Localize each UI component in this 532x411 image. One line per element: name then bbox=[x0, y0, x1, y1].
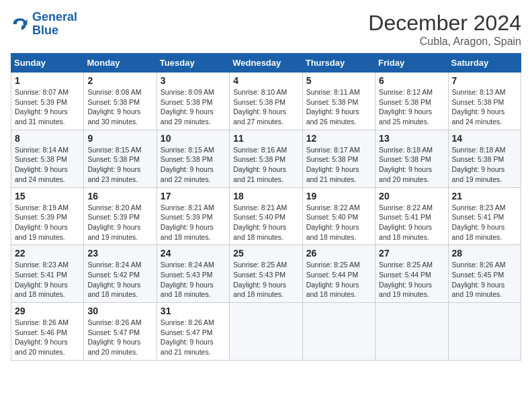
subtitle: Cubla, Aragon, Spain bbox=[368, 36, 521, 48]
header-row: SundayMondayTuesdayWednesdayThursdayFrid… bbox=[11, 54, 521, 73]
day-cell-22: 22Sunrise: 8:23 AMSunset: 5:41 PMDayligh… bbox=[11, 245, 84, 303]
day-number: 6 bbox=[379, 75, 444, 86]
day-number: 31 bbox=[161, 306, 226, 316]
day-number: 17 bbox=[161, 191, 226, 201]
day-info: Sunrise: 8:10 AMSunset: 5:38 PMDaylight:… bbox=[233, 87, 298, 127]
day-info: Sunrise: 8:21 AMSunset: 5:39 PMDaylight:… bbox=[161, 203, 226, 242]
day-number: 27 bbox=[379, 248, 444, 259]
day-number: 12 bbox=[306, 133, 371, 144]
main-title: December 2024 bbox=[368, 11, 521, 36]
week-row-3: 15Sunrise: 8:19 AMSunset: 5:39 PMDayligh… bbox=[11, 187, 521, 245]
day-info: Sunrise: 8:17 AMSunset: 5:38 PMDaylight:… bbox=[306, 145, 371, 185]
day-number: 9 bbox=[87, 133, 152, 144]
day-cell-4: 4Sunrise: 8:10 AMSunset: 5:38 PMDaylight… bbox=[230, 73, 302, 130]
day-number: 4 bbox=[233, 75, 298, 86]
day-number: 15 bbox=[15, 191, 80, 201]
day-info: Sunrise: 8:14 AMSunset: 5:38 PMDaylight:… bbox=[15, 145, 80, 185]
day-info: Sunrise: 8:23 AMSunset: 5:41 PMDaylight:… bbox=[15, 260, 80, 300]
day-info: Sunrise: 8:15 AMSunset: 5:38 PMDaylight:… bbox=[87, 145, 152, 185]
day-cell-28: 28Sunrise: 8:26 AMSunset: 5:45 PMDayligh… bbox=[448, 245, 521, 303]
day-number: 7 bbox=[452, 75, 517, 86]
day-cell-23: 23Sunrise: 8:24 AMSunset: 5:42 PMDayligh… bbox=[84, 245, 157, 303]
day-info: Sunrise: 8:25 AMSunset: 5:44 PMDaylight:… bbox=[379, 260, 444, 300]
day-cell-18: 18Sunrise: 8:21 AMSunset: 5:40 PMDayligh… bbox=[230, 187, 302, 245]
day-number: 28 bbox=[452, 248, 517, 259]
column-header-friday: Friday bbox=[375, 54, 448, 73]
empty-cell bbox=[448, 303, 521, 361]
empty-cell bbox=[230, 303, 302, 361]
column-header-tuesday: Tuesday bbox=[157, 54, 229, 73]
day-number: 19 bbox=[306, 191, 371, 201]
day-cell-6: 6Sunrise: 8:12 AMSunset: 5:38 PMDaylight… bbox=[375, 73, 448, 130]
day-number: 16 bbox=[87, 191, 152, 201]
day-info: Sunrise: 8:24 AMSunset: 5:42 PMDaylight:… bbox=[87, 260, 152, 300]
logo-icon bbox=[11, 15, 30, 34]
day-number: 10 bbox=[161, 133, 226, 144]
day-number: 26 bbox=[306, 248, 371, 259]
day-number: 23 bbox=[87, 248, 152, 259]
day-cell-2: 2Sunrise: 8:08 AMSunset: 5:38 PMDaylight… bbox=[84, 73, 157, 130]
day-cell-20: 20Sunrise: 8:22 AMSunset: 5:41 PMDayligh… bbox=[375, 187, 448, 245]
day-number: 3 bbox=[161, 75, 226, 86]
day-number: 25 bbox=[233, 248, 298, 259]
day-info: Sunrise: 8:12 AMSunset: 5:38 PMDaylight:… bbox=[379, 87, 444, 127]
column-header-wednesday: Wednesday bbox=[230, 54, 302, 73]
week-row-5: 29Sunrise: 8:26 AMSunset: 5:46 PMDayligh… bbox=[11, 303, 521, 361]
day-info: Sunrise: 8:18 AMSunset: 5:38 PMDaylight:… bbox=[452, 145, 517, 185]
day-info: Sunrise: 8:13 AMSunset: 5:38 PMDaylight:… bbox=[452, 87, 517, 127]
calendar-table: SundayMondayTuesdayWednesdayThursdayFrid… bbox=[11, 53, 521, 361]
day-number: 2 bbox=[87, 75, 152, 86]
day-info: Sunrise: 8:19 AMSunset: 5:39 PMDaylight:… bbox=[15, 203, 80, 242]
day-number: 14 bbox=[452, 133, 517, 144]
column-header-sunday: Sunday bbox=[11, 54, 84, 73]
week-row-4: 22Sunrise: 8:23 AMSunset: 5:41 PMDayligh… bbox=[11, 245, 521, 303]
day-cell-7: 7Sunrise: 8:13 AMSunset: 5:38 PMDaylight… bbox=[448, 73, 521, 130]
day-number: 8 bbox=[15, 133, 80, 144]
week-row-2: 8Sunrise: 8:14 AMSunset: 5:38 PMDaylight… bbox=[11, 130, 521, 187]
day-cell-10: 10Sunrise: 8:15 AMSunset: 5:38 PMDayligh… bbox=[157, 130, 229, 187]
column-header-monday: Monday bbox=[84, 54, 157, 73]
day-number: 5 bbox=[306, 75, 371, 86]
day-info: Sunrise: 8:25 AMSunset: 5:43 PMDaylight:… bbox=[233, 260, 298, 300]
day-info: Sunrise: 8:22 AMSunset: 5:41 PMDaylight:… bbox=[379, 203, 444, 242]
day-number: 24 bbox=[161, 248, 226, 259]
day-cell-15: 15Sunrise: 8:19 AMSunset: 5:39 PMDayligh… bbox=[11, 187, 84, 245]
empty-cell bbox=[302, 303, 375, 361]
day-cell-12: 12Sunrise: 8:17 AMSunset: 5:38 PMDayligh… bbox=[302, 130, 375, 187]
day-number: 20 bbox=[379, 191, 444, 201]
day-info: Sunrise: 8:09 AMSunset: 5:38 PMDaylight:… bbox=[161, 87, 226, 127]
day-info: Sunrise: 8:26 AMSunset: 5:45 PMDaylight:… bbox=[452, 260, 517, 300]
day-info: Sunrise: 8:21 AMSunset: 5:40 PMDaylight:… bbox=[233, 203, 298, 242]
day-info: Sunrise: 8:16 AMSunset: 5:38 PMDaylight:… bbox=[233, 145, 298, 185]
day-cell-24: 24Sunrise: 8:24 AMSunset: 5:43 PMDayligh… bbox=[157, 245, 229, 303]
week-row-1: 1Sunrise: 8:07 AMSunset: 5:39 PMDaylight… bbox=[11, 73, 521, 130]
day-info: Sunrise: 8:08 AMSunset: 5:38 PMDaylight:… bbox=[87, 87, 152, 127]
day-cell-14: 14Sunrise: 8:18 AMSunset: 5:38 PMDayligh… bbox=[448, 130, 521, 187]
day-info: Sunrise: 8:07 AMSunset: 5:39 PMDaylight:… bbox=[15, 87, 80, 127]
day-cell-11: 11Sunrise: 8:16 AMSunset: 5:38 PMDayligh… bbox=[230, 130, 302, 187]
day-number: 29 bbox=[15, 306, 80, 316]
day-info: Sunrise: 8:26 AMSunset: 5:47 PMDaylight:… bbox=[87, 318, 152, 357]
day-cell-8: 8Sunrise: 8:14 AMSunset: 5:38 PMDaylight… bbox=[11, 130, 84, 187]
day-cell-1: 1Sunrise: 8:07 AMSunset: 5:39 PMDaylight… bbox=[11, 73, 84, 130]
day-cell-19: 19Sunrise: 8:22 AMSunset: 5:40 PMDayligh… bbox=[302, 187, 375, 245]
title-block: December 2024 Cubla, Aragon, Spain bbox=[368, 11, 521, 48]
day-cell-13: 13Sunrise: 8:18 AMSunset: 5:38 PMDayligh… bbox=[375, 130, 448, 187]
day-cell-30: 30Sunrise: 8:26 AMSunset: 5:47 PMDayligh… bbox=[84, 303, 157, 361]
day-info: Sunrise: 8:22 AMSunset: 5:40 PMDaylight:… bbox=[306, 203, 371, 242]
day-cell-16: 16Sunrise: 8:20 AMSunset: 5:39 PMDayligh… bbox=[84, 187, 157, 245]
logo-text: General Blue bbox=[32, 11, 77, 38]
day-cell-17: 17Sunrise: 8:21 AMSunset: 5:39 PMDayligh… bbox=[157, 187, 229, 245]
day-info: Sunrise: 8:25 AMSunset: 5:44 PMDaylight:… bbox=[306, 260, 371, 300]
day-cell-21: 21Sunrise: 8:23 AMSunset: 5:41 PMDayligh… bbox=[448, 187, 521, 245]
column-header-saturday: Saturday bbox=[448, 54, 521, 73]
day-cell-9: 9Sunrise: 8:15 AMSunset: 5:38 PMDaylight… bbox=[84, 130, 157, 187]
day-number: 22 bbox=[15, 248, 80, 259]
day-cell-27: 27Sunrise: 8:25 AMSunset: 5:44 PMDayligh… bbox=[375, 245, 448, 303]
day-info: Sunrise: 8:26 AMSunset: 5:46 PMDaylight:… bbox=[15, 318, 80, 357]
day-info: Sunrise: 8:15 AMSunset: 5:38 PMDaylight:… bbox=[161, 145, 226, 185]
day-number: 13 bbox=[379, 133, 444, 144]
day-number: 18 bbox=[233, 191, 298, 201]
day-info: Sunrise: 8:11 AMSunset: 5:38 PMDaylight:… bbox=[306, 87, 371, 127]
day-info: Sunrise: 8:20 AMSunset: 5:39 PMDaylight:… bbox=[87, 203, 152, 242]
